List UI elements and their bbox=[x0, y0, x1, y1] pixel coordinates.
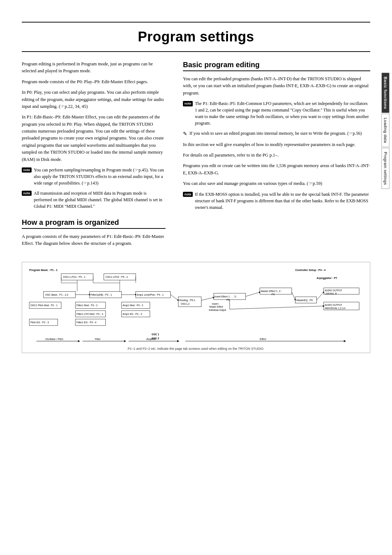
section-basic-intro: You can edit the preloaded programs (ban… bbox=[183, 76, 370, 97]
right-caution-text: If you wish to save an edited program in… bbox=[189, 130, 362, 137]
svg-text:MasterEQ : P9: MasterEQ : P9 bbox=[297, 299, 313, 301]
right-sidebar: Basic functions Loading data Program set… bbox=[379, 73, 392, 190]
diagram-area: Program Basic : P1 - 1 Controller Setup … bbox=[22, 262, 370, 353]
intro-para-4: In P1: Edit-Basic–P9: Edit-Master Effect… bbox=[22, 114, 166, 163]
svg-text:Master Effect 1, 3 :: Master Effect 1, 3 : bbox=[261, 290, 282, 292]
sidebar-tab-program-settings[interactable]: Program settings bbox=[381, 148, 389, 189]
svg-line-55 bbox=[317, 292, 324, 300]
svg-text:Amp1 EG : P4 - 3: Amp1 EG : P4 - 3 bbox=[123, 313, 142, 316]
section-how-heading: How a program is organized bbox=[22, 218, 166, 229]
svg-line-52 bbox=[201, 297, 214, 300]
right-para-4: You can also save and manage programs on… bbox=[183, 180, 370, 187]
right-para-1: In this section we will give examples of… bbox=[183, 141, 370, 148]
right-para-3: Programs you edit or create can be writt… bbox=[183, 162, 370, 177]
svg-text:Amp1 Mod : P4 - 2: Amp1 Mod : P4 - 2 bbox=[123, 304, 143, 307]
diagram-caption: P1–1 and P2–2 etc. indicate the page tab… bbox=[26, 347, 366, 351]
svg-text:Insert Effect 1 . . . 5 :: Insert Effect 1 . . . 5 : bbox=[215, 295, 237, 298]
right-para-2: For details on all parameters, refer to … bbox=[183, 152, 370, 159]
svg-line-54 bbox=[292, 292, 295, 300]
main-content: Program editing is performed in Program … bbox=[0, 52, 392, 251]
svg-text:Amp1 Level/Pan : P4 - 1: Amp1 Level/Pan : P4 - 1 bbox=[137, 293, 164, 296]
right-final-note-icon: note bbox=[183, 192, 193, 197]
svg-text:P8: P8 bbox=[226, 298, 230, 301]
svg-text:OSC1 Pitch Mod : P2 - 1: OSC1 Pitch Mod : P2 - 1 bbox=[30, 304, 58, 307]
note-text-1: You can perform sampling/resampling in P… bbox=[34, 167, 166, 186]
note-text-2: All transmission and reception of MIDI d… bbox=[34, 190, 166, 210]
svg-text:Effect: Effect bbox=[260, 338, 266, 340]
right-note-text-1: The P1: Edit-Basic–P5: Edit-Common LFO p… bbox=[195, 100, 370, 126]
sidebar-tab-loading-data[interactable]: Loading data bbox=[381, 114, 389, 147]
svg-line-51 bbox=[171, 295, 178, 300]
note-icon-1: note bbox=[22, 167, 32, 173]
right-column: Basic program editing You can edit the p… bbox=[174, 52, 392, 251]
svg-line-57 bbox=[230, 306, 324, 309]
note-icon-2: note bbox=[22, 191, 32, 196]
svg-text:Insert /: Insert / bbox=[212, 302, 219, 305]
diagram-svg: Program Basic : P1 - 1 Controller Setup … bbox=[26, 267, 366, 345]
svg-line-53 bbox=[246, 292, 260, 296]
right-final-note-text: If the EXB-MOSS option is installed, you… bbox=[195, 191, 370, 211]
svg-text:AUDIO OUTPUT: AUDIO OUTPUT bbox=[325, 289, 342, 292]
intro-para-1: Program editing is performed in Program … bbox=[22, 61, 166, 75]
svg-text:Controller Setup : P4 - 4: Controller Setup : P4 - 4 bbox=[295, 268, 326, 271]
svg-text:P9: P9 bbox=[271, 293, 275, 296]
right-note-icon-1: note bbox=[183, 101, 193, 106]
svg-text:Oscillator / Pitch: Oscillator / Pitch bbox=[45, 338, 64, 340]
note-block-1: note You can perform sampling/resampling… bbox=[22, 167, 166, 186]
svg-text:Pitch EG : P2 - 3: Pitch EG : P2 - 3 bbox=[30, 321, 49, 324]
svg-text:Master Effect: Master Effect bbox=[209, 305, 223, 308]
svg-text:OSC Basic : P1 - 2,3: OSC Basic : P1 - 2,3 bbox=[45, 293, 68, 296]
right-final-note-block: note If the EXB-MOSS option is installed… bbox=[183, 191, 370, 211]
svg-text:OSC 1: OSC 1 bbox=[152, 333, 159, 335]
right-note-block-1: note The P1: Edit-Basic–P5: Edit-Common … bbox=[183, 100, 370, 126]
svg-text:L/MONO, R: L/MONO, R bbox=[325, 292, 337, 295]
section-basic-heading: Basic program editing bbox=[183, 61, 370, 71]
svg-rect-29 bbox=[178, 297, 201, 307]
svg-text:Routing : P9-1: Routing : P9-1 bbox=[179, 299, 195, 301]
svg-text:Filter1 EG : P3 - 4: Filter1 EG : P3 - 4 bbox=[77, 321, 97, 324]
svg-text:Individual Output: Individual Output bbox=[209, 309, 226, 312]
svg-text:OSC1,2: OSC1,2 bbox=[181, 302, 189, 305]
page-title: Program settings bbox=[22, 29, 370, 45]
caution-icon: ✎ bbox=[183, 130, 187, 138]
svg-text:Filter1 LFO Mod : P3 - 3: Filter1 LFO Mod : P3 - 3 bbox=[77, 313, 103, 315]
svg-text:Program Basic : P1 - 1: Program Basic : P1 - 1 bbox=[29, 268, 58, 271]
svg-text:AUDIO OUTPUT: AUDIO OUTPUT bbox=[325, 304, 342, 306]
svg-text:Arpeggiator : P7: Arpeggiator : P7 bbox=[317, 276, 337, 280]
svg-text:INDIVIDUAL 1,2,3,4: INDIVIDUAL 1,2,3,4 bbox=[325, 307, 346, 309]
svg-text:Filter: Filter bbox=[95, 338, 101, 340]
right-caution-block: ✎ If you wish to save an edited program … bbox=[183, 130, 370, 138]
svg-text:OSC1 LFO2 : P5 - 2: OSC1 LFO2 : P5 - 2 bbox=[106, 276, 128, 278]
left-column: Program editing is performed in Program … bbox=[0, 52, 174, 251]
intro-para-3: In P0: Play, you can select and play pro… bbox=[22, 89, 166, 110]
top-rule bbox=[22, 22, 370, 23]
svg-text:Filter1 Mod : P3 - 2: Filter1 Mod : P3 - 2 bbox=[77, 304, 98, 307]
section-how-text: A program consists of the many parameter… bbox=[22, 233, 166, 247]
page-container: Program settings Program editing is perf… bbox=[0, 22, 392, 555]
sidebar-tab-basic-functions[interactable]: Basic functions bbox=[381, 73, 389, 113]
svg-text:Filter1(A/B) : P3 - 1: Filter1(A/B) : P3 - 1 bbox=[91, 293, 112, 296]
intro-para-2: Program mode consists of the P0: Play–P9… bbox=[22, 78, 166, 85]
svg-text:OSC1 LFO1 : P5 - 1: OSC1 LFO1 : P5 - 1 bbox=[63, 276, 86, 278]
note-block-2: note All transmission and reception of M… bbox=[22, 190, 166, 210]
svg-text:Amplifier: Amplifier bbox=[146, 338, 156, 341]
